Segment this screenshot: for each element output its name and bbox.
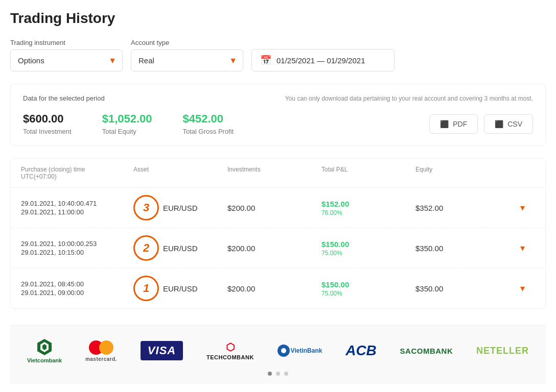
sacombank-logo: Sacombank <box>400 347 453 355</box>
equity-cell-1: $352.00 <box>415 204 509 212</box>
time-close-1: 29.01.2021, 11:00:00 <box>21 208 133 216</box>
time-open-1: 29.01.2021, 10:40:00.471 <box>21 200 133 207</box>
pnl-pct-3: 75.00% <box>321 290 415 297</box>
total-profit-value: $452.00 <box>183 112 234 126</box>
asset-name-3: EUR/USD <box>163 284 198 293</box>
investment-cell-1: $200.00 <box>227 204 321 212</box>
expand-button-2[interactable]: ▾ <box>509 242 535 254</box>
acb-text: ACB <box>345 342 377 359</box>
th-equity: Equity <box>415 166 509 180</box>
download-note: You can only download data pertaining to… <box>285 95 533 102</box>
asset-cell-2: 2 EUR/USD <box>133 235 227 261</box>
asset-cell-3: 1 EUR/USD <box>133 276 227 301</box>
vietcombank-icon <box>35 338 54 356</box>
investment-cell-3: $200.00 <box>227 284 321 293</box>
payment-logos: Vietcombank mastercard. VISA ⬡ TECHCOMBA… <box>20 338 536 363</box>
total-investment-value: $600.00 <box>23 112 72 126</box>
pnl-pct-2: 75.00% <box>321 250 415 257</box>
pnl-amount-1: $152.00 <box>321 200 415 208</box>
techcombank-label: TECHCOMBANK <box>206 354 254 360</box>
pnl-cell-3: $150.00 75.00% <box>321 280 415 297</box>
date-range-picker[interactable]: 📅 01/25/2021 — 01/29/2021 <box>251 49 395 71</box>
account-label: Account type <box>131 39 243 46</box>
mastercard-label: mastercard. <box>85 356 117 362</box>
summary-stats: $600.00 Total Investment $1,052.00 Total… <box>23 112 533 135</box>
techcombank-logo: ⬡ TECHCOMBANK <box>206 341 254 360</box>
table-row: 29.01.2021, 08:45:00 29.01.2021, 09:00:0… <box>11 268 545 308</box>
pnl-cell-2: $150.00 75.00% <box>321 240 415 257</box>
time-open-3: 29.01.2021, 08:45:00 <box>21 280 133 288</box>
th-asset: Asset <box>133 166 227 180</box>
visa-logo: VISA <box>141 341 183 360</box>
mc-orange-circle <box>99 340 113 355</box>
th-expand <box>509 166 535 180</box>
equity-cell-2: $350.00 <box>415 244 509 253</box>
account-select[interactable]: Real Demo <box>131 50 243 71</box>
total-equity-label: Total Equity <box>102 128 152 135</box>
time-close-2: 29.01.2021, 10:15:00 <box>21 249 133 256</box>
pnl-pct-1: 76.00% <box>321 209 415 216</box>
th-time: Purchase (closing) timeUTC(+07:00) <box>21 166 133 180</box>
trades-table: Purchase (closing) timeUTC(+07:00) Asset… <box>10 158 546 309</box>
total-profit: $452.00 Total Gross Profit <box>183 112 234 135</box>
summary-note-row: Data for the selected period You can onl… <box>23 94 533 102</box>
instrument-filter-group: Trading instrument Options Forex Crypto … <box>10 39 123 71</box>
time-cell-3: 29.01.2021, 08:45:00 29.01.2021, 09:00:0… <box>21 280 133 297</box>
csv-label: CSV <box>507 120 522 128</box>
instrument-select[interactable]: Options Forex Crypto <box>10 50 123 71</box>
vietinbank-label: VietinBank <box>291 347 322 354</box>
sacombank-text: Sacombank <box>400 347 453 355</box>
instrument-select-wrapper: Options Forex Crypto ▼ <box>10 50 123 71</box>
vietinbank-logo: VietinBank <box>277 345 322 357</box>
total-profit-label: Total Gross Profit <box>183 128 234 135</box>
calendar-icon: 📅 <box>260 55 271 66</box>
date-range-text: 01/25/2021 — 01/29/2021 <box>276 56 365 65</box>
table-row: 29.01.2021, 10:00:00.253 29.01.2021, 10:… <box>11 228 545 268</box>
equity-cell-3: $350.00 <box>415 284 509 293</box>
acb-logo: ACB <box>345 342 377 359</box>
account-filter-group: Account type Real Demo ▼ <box>131 39 243 71</box>
carousel-dot-1[interactable] <box>268 372 272 376</box>
asset-name-1: EUR/USD <box>163 204 198 212</box>
mastercard-circles <box>89 340 113 355</box>
order-badge-1: 3 <box>133 195 159 220</box>
date-filter-group: 📅 01/25/2021 — 01/29/2021 <box>251 49 395 71</box>
footer-carousel-dots <box>20 372 536 376</box>
csv-icon: ⬛ <box>495 120 503 128</box>
vietinbank-dot-inner <box>281 348 286 353</box>
total-investment: $600.00 Total Investment <box>23 112 72 135</box>
summary-section: Data for the selected period You can onl… <box>10 84 546 146</box>
expand-button-3[interactable]: ▾ <box>509 283 535 294</box>
time-close-3: 29.01.2021, 09:00:00 <box>21 289 133 297</box>
time-cell-2: 29.01.2021, 10:00:00.253 29.01.2021, 10:… <box>21 240 133 256</box>
carousel-dot-3[interactable] <box>284 372 288 376</box>
neteller-logo: NETELLER <box>476 346 529 356</box>
pdf-download-button[interactable]: ⬛ PDF <box>429 114 478 134</box>
total-equity: $1,052.00 Total Equity <box>102 112 152 135</box>
time-open-2: 29.01.2021, 10:00:00.253 <box>21 240 133 248</box>
neteller-text: NETELLER <box>476 346 529 356</box>
investment-cell-2: $200.00 <box>227 244 321 253</box>
pnl-amount-2: $150.00 <box>321 240 415 249</box>
techcombank-icon: ⬡ <box>226 341 235 353</box>
mastercard-logo: mastercard. <box>85 340 117 362</box>
csv-download-button[interactable]: ⬛ CSV <box>484 114 533 134</box>
filters-row: Trading instrument Options Forex Crypto … <box>10 39 546 71</box>
carousel-dot-2[interactable] <box>276 372 280 376</box>
account-select-wrapper: Real Demo ▼ <box>131 50 243 71</box>
page-title: Trading History <box>10 10 546 27</box>
total-investment-label: Total Investment <box>23 128 72 135</box>
pnl-amount-3: $150.00 <box>321 280 415 289</box>
expand-button-1[interactable]: ▾ <box>509 202 535 213</box>
table-header: Purchase (closing) timeUTC(+07:00) Asset… <box>11 159 545 188</box>
instrument-label: Trading instrument <box>10 39 123 46</box>
vietcombank-logo: Vietcombank <box>27 338 62 363</box>
download-buttons: ⬛ PDF ⬛ CSV <box>429 114 533 134</box>
pnl-cell-1: $152.00 76.00% <box>321 200 415 216</box>
asset-name-2: EUR/USD <box>163 244 198 253</box>
period-note: Data for the selected period <box>23 94 105 102</box>
total-equity-value: $1,052.00 <box>102 112 152 126</box>
th-investments: Investments <box>227 166 321 180</box>
footer-section: Vietcombank mastercard. VISA ⬡ TECHCOMBA… <box>10 325 546 384</box>
time-cell-1: 29.01.2021, 10:40:00.471 29.01.2021, 11:… <box>21 200 133 216</box>
